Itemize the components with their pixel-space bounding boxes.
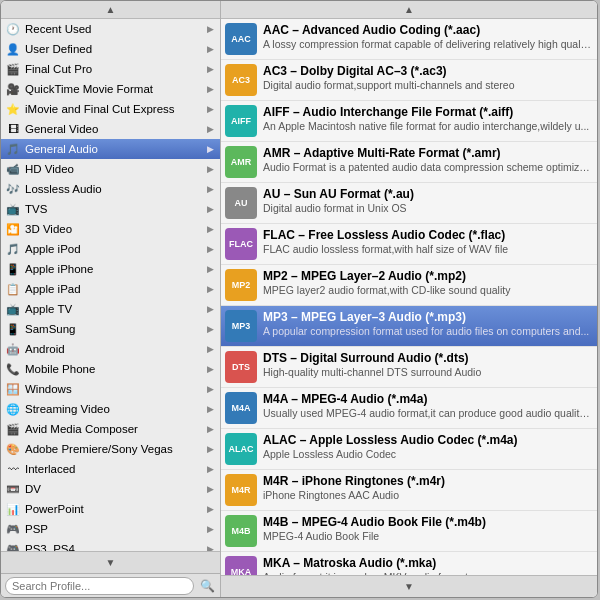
right-scroll-down-button[interactable]: ▼ — [221, 575, 597, 597]
left-item-icon-final-cut-pro: 🎬 — [5, 61, 21, 77]
right-item-flac[interactable]: FLACFLAC – Free Lossless Audio Codec (*.… — [221, 224, 597, 265]
left-item-icon-imovie: ⭐ — [5, 101, 21, 117]
right-item-icon-amr: AMR — [225, 146, 257, 178]
right-item-aac[interactable]: AACAAC – Advanced Audio Coding (*.aac)A … — [221, 19, 597, 60]
right-scroll-up-button[interactable]: ▲ — [221, 1, 597, 19]
right-item-title-dts: DTS – Digital Surround Audio (*.dts) — [263, 351, 591, 365]
left-item-apple-tv[interactable]: 📺Apple TV▶ — [1, 299, 220, 319]
left-item-arrow-imovie: ▶ — [207, 104, 214, 114]
left-item-arrow-apple-ipad: ▶ — [207, 284, 214, 294]
right-item-text-m4r: M4R – iPhone Ringtones (*.m4r)iPhone Rin… — [263, 474, 591, 501]
right-item-m4b[interactable]: M4BM4B – MPEG-4 Audio Book File (*.m4b)M… — [221, 511, 597, 552]
right-item-icon-au: AU — [225, 187, 257, 219]
left-item-interlaced[interactable]: 〰Interlaced▶ — [1, 459, 220, 479]
left-item-icon-quicktime: 🎥 — [5, 81, 21, 97]
left-item-quicktime[interactable]: 🎥QuickTime Movie Format▶ — [1, 79, 220, 99]
left-item-apple-ipad[interactable]: 📋Apple iPad▶ — [1, 279, 220, 299]
right-item-desc-m4b: MPEG-4 Audio Book File — [263, 530, 591, 542]
left-item-apple-ipod[interactable]: 🎵Apple iPod▶ — [1, 239, 220, 259]
right-item-icon-m4r: M4R — [225, 474, 257, 506]
right-item-icon-mp3: MP3 — [225, 310, 257, 342]
left-item-lossless-audio[interactable]: 🎶Lossless Audio▶ — [1, 179, 220, 199]
right-item-text-amr: AMR – Adaptive Multi-Rate Format (*.amr)… — [263, 146, 591, 173]
left-item-icon-streaming-video: 🌐 — [5, 401, 21, 417]
left-item-recent-used[interactable]: 🕐Recent Used▶ — [1, 19, 220, 39]
right-item-desc-mp2: MPEG layer2 audio format,with CD-like so… — [263, 284, 591, 296]
right-item-au[interactable]: AUAU – Sun AU Format (*.au)Digital audio… — [221, 183, 597, 224]
left-item-dv[interactable]: 📼DV▶ — [1, 479, 220, 499]
right-item-icon-dts: DTS — [225, 351, 257, 383]
left-item-android[interactable]: 🤖Android▶ — [1, 339, 220, 359]
left-item-icon-dv: 📼 — [5, 481, 21, 497]
left-item-adobe[interactable]: 🎨Adobe Premiere/Sony Vegas▶ — [1, 439, 220, 459]
left-item-label-interlaced: Interlaced — [25, 463, 205, 475]
left-item-tvs[interactable]: 📺TVS▶ — [1, 199, 220, 219]
left-item-arrow-avid: ▶ — [207, 424, 214, 434]
left-item-label-apple-iphone: Apple iPhone — [25, 263, 205, 275]
search-icon[interactable]: 🔍 — [198, 577, 216, 595]
right-item-aiff[interactable]: AIFFAIFF – Audio Interchange File Format… — [221, 101, 597, 142]
left-item-icon-hd-video: 📹 — [5, 161, 21, 177]
left-item-label-tvs: TVS — [25, 203, 205, 215]
left-item-label-lossless-audio: Lossless Audio — [25, 183, 205, 195]
left-item-arrow-3d-video: ▶ — [207, 224, 214, 234]
left-item-hd-video[interactable]: 📹HD Video▶ — [1, 159, 220, 179]
right-item-mp2[interactable]: MP2MP2 – MPEG Layer–2 Audio (*.mp2)MPEG … — [221, 265, 597, 306]
left-item-arrow-powerpoint: ▶ — [207, 504, 214, 514]
right-item-text-mp3: MP3 – MPEG Layer–3 Audio (*.mp3)A popula… — [263, 310, 591, 337]
right-item-text-m4b: M4B – MPEG-4 Audio Book File (*.m4b)MPEG… — [263, 515, 591, 542]
right-item-ac3[interactable]: AC3AC3 – Dolby Digital AC–3 (*.ac3)Digit… — [221, 60, 597, 101]
left-item-windows[interactable]: 🪟Windows▶ — [1, 379, 220, 399]
left-item-label-streaming-video: Streaming Video — [25, 403, 205, 415]
right-item-alac[interactable]: ALACALAC – Apple Lossless Audio Codec (*… — [221, 429, 597, 470]
left-item-label-final-cut-pro: Final Cut Pro — [25, 63, 205, 75]
left-item-general-video[interactable]: 🎞General Video▶ — [1, 119, 220, 139]
left-item-streaming-video[interactable]: 🌐Streaming Video▶ — [1, 399, 220, 419]
left-item-apple-iphone[interactable]: 📱Apple iPhone▶ — [1, 259, 220, 279]
right-item-amr[interactable]: AMRAMR – Adaptive Multi-Rate Format (*.a… — [221, 142, 597, 183]
left-item-label-hd-video: HD Video — [25, 163, 205, 175]
left-item-user-defined[interactable]: 👤User Defined▶ — [1, 39, 220, 59]
left-scroll-down-button[interactable]: ▼ — [1, 551, 220, 573]
left-item-arrow-apple-tv: ▶ — [207, 304, 214, 314]
left-item-avid[interactable]: 🎬Avid Media Composer▶ — [1, 419, 220, 439]
left-item-general-audio[interactable]: 🎵General Audio▶ — [1, 139, 220, 159]
right-item-desc-au: Digital audio format in Unix OS — [263, 202, 591, 214]
right-item-mp3[interactable]: MP3MP3 – MPEG Layer–3 Audio (*.mp3)A pop… — [221, 306, 597, 347]
left-item-ps3-ps4[interactable]: 🎮PS3, PS4▶ — [1, 539, 220, 551]
left-item-label-quicktime: QuickTime Movie Format — [25, 83, 205, 95]
right-item-text-alac: ALAC – Apple Lossless Audio Codec (*.m4a… — [263, 433, 591, 460]
left-item-arrow-user-defined: ▶ — [207, 44, 214, 54]
left-item-powerpoint[interactable]: 📊PowerPoint▶ — [1, 499, 220, 519]
left-item-icon-apple-iphone: 📱 — [5, 261, 21, 277]
left-item-icon-ps3-ps4: 🎮 — [5, 541, 21, 551]
left-item-arrow-recent-used: ▶ — [207, 24, 214, 34]
left-item-final-cut-pro[interactable]: 🎬Final Cut Pro▶ — [1, 59, 220, 79]
right-item-text-aac: AAC – Advanced Audio Coding (*.aac)A los… — [263, 23, 591, 50]
left-item-3d-video[interactable]: 🎦3D Video▶ — [1, 219, 220, 239]
right-item-m4r[interactable]: M4RM4R – iPhone Ringtones (*.m4r)iPhone … — [221, 470, 597, 511]
left-item-label-android: Android — [25, 343, 205, 355]
content-area: ▲ 🕐Recent Used▶👤User Defined▶🎬Final Cut … — [1, 1, 597, 597]
right-item-icon-mp2: MP2 — [225, 269, 257, 301]
left-item-icon-recent-used: 🕐 — [5, 21, 21, 37]
right-item-text-dts: DTS – Digital Surround Audio (*.dts)High… — [263, 351, 591, 378]
search-input[interactable] — [5, 577, 194, 595]
left-item-arrow-ps3-ps4: ▶ — [207, 544, 214, 551]
right-item-dts[interactable]: DTSDTS – Digital Surround Audio (*.dts)H… — [221, 347, 597, 388]
left-item-label-ps3-ps4: PS3, PS4 — [25, 543, 205, 551]
right-item-icon-mka: MKA — [225, 556, 257, 575]
left-item-samsung[interactable]: 📱SamSung▶ — [1, 319, 220, 339]
right-item-text-mp2: MP2 – MPEG Layer–2 Audio (*.mp2)MPEG lay… — [263, 269, 591, 296]
left-item-icon-apple-ipad: 📋 — [5, 281, 21, 297]
left-item-mobile-phone[interactable]: 📞Mobile Phone▶ — [1, 359, 220, 379]
right-item-mka[interactable]: MKAMKA – Matroska Audio (*.mka)Audio for… — [221, 552, 597, 575]
right-item-text-m4a: M4A – MPEG-4 Audio (*.m4a)Usually used M… — [263, 392, 591, 419]
left-item-psp[interactable]: 🎮PSP▶ — [1, 519, 220, 539]
left-item-imovie[interactable]: ⭐iMovie and Final Cut Express▶ — [1, 99, 220, 119]
right-item-m4a[interactable]: M4AM4A – MPEG-4 Audio (*.m4a)Usually use… — [221, 388, 597, 429]
right-item-desc-dts: High-quality multi-channel DTS surround … — [263, 366, 591, 378]
left-item-label-avid: Avid Media Composer — [25, 423, 205, 435]
left-scroll-up-button[interactable]: ▲ — [1, 1, 220, 19]
left-item-icon-tvs: 📺 — [5, 201, 21, 217]
